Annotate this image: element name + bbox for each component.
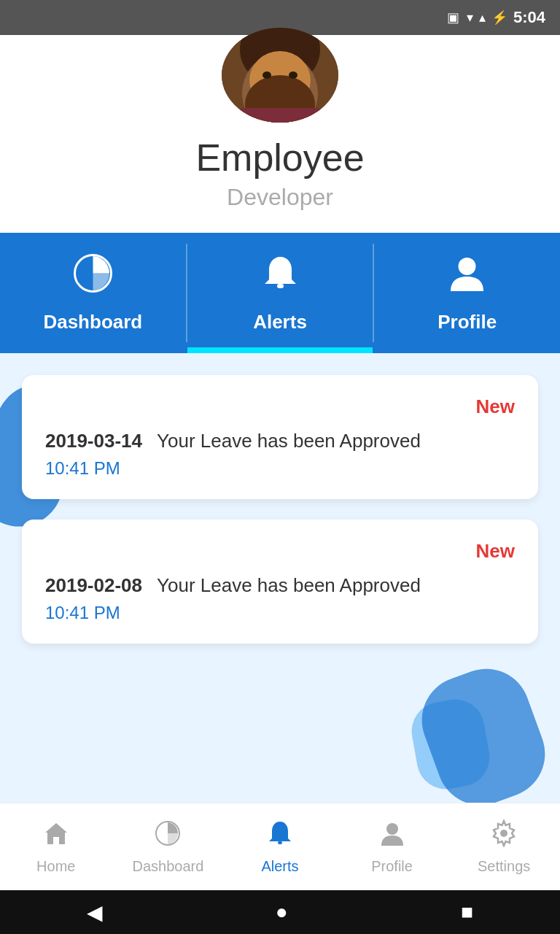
svg-point-14 xyxy=(500,830,508,837)
svg-point-13 xyxy=(386,823,398,835)
nav-alerts[interactable]: Alerts xyxy=(224,803,336,890)
battery-icon: ⚡ xyxy=(491,9,508,26)
svg-rect-5 xyxy=(236,108,324,123)
tab-profile[interactable]: Profile xyxy=(374,233,560,353)
home-icon xyxy=(42,819,70,854)
signal-icon: ▴ xyxy=(479,9,486,26)
home-button[interactable]: ● xyxy=(276,900,288,924)
tab-bar: Dashboard Alerts Profile xyxy=(0,233,560,353)
nav-home-label: Home xyxy=(36,858,75,875)
nav-bell-icon xyxy=(266,819,294,854)
alerts-content: New 2019-03-14 Your Leave has been Appro… xyxy=(0,353,560,810)
nav-profile-label: Profile xyxy=(371,858,413,875)
wifi-icon: ▾ xyxy=(467,9,473,26)
nav-dashboard[interactable]: Dashboard xyxy=(112,803,225,890)
svg-rect-9 xyxy=(277,284,284,288)
alert-badge-1: New xyxy=(45,395,515,418)
tab-dashboard-label: Dashboard xyxy=(43,311,142,333)
alert-message-1: Your Leave has been Approved xyxy=(157,430,421,452)
employee-name: Employee xyxy=(195,136,364,180)
alert-card-1: New 2019-03-14 Your Leave has been Appro… xyxy=(22,375,538,499)
dashboard-pie-icon xyxy=(154,819,182,854)
alert-badge-2: New xyxy=(45,540,515,563)
alert-message-2: Your Leave has been Approved xyxy=(157,574,421,597)
tab-alerts[interactable]: Alerts xyxy=(187,233,373,353)
tab-alerts-label: Alerts xyxy=(253,311,307,333)
svg-rect-12 xyxy=(278,841,282,844)
bell-icon xyxy=(260,253,300,302)
gear-icon xyxy=(490,819,518,854)
nav-home[interactable]: Home xyxy=(0,803,112,890)
nav-user-icon xyxy=(378,819,406,854)
sim-icon: ▣ xyxy=(447,9,459,26)
user-icon xyxy=(447,253,487,302)
alert-time-2: 10:41 PM xyxy=(45,603,421,623)
nav-profile[interactable]: Profile xyxy=(336,803,448,890)
alert-date-2: 2019-02-08 xyxy=(45,574,142,597)
svg-point-10 xyxy=(459,258,476,275)
nav-settings-label: Settings xyxy=(478,858,530,875)
nav-alerts-label: Alerts xyxy=(261,858,298,875)
back-button[interactable]: ◀ xyxy=(87,900,103,925)
recents-button[interactable]: ■ xyxy=(461,900,473,924)
employee-role: Developer xyxy=(227,184,333,211)
alert-time-1: 10:41 PM xyxy=(45,458,421,479)
avatar xyxy=(222,28,338,123)
nav-settings[interactable]: Settings xyxy=(448,803,560,890)
profile-header: Employee Developer xyxy=(0,35,560,233)
system-nav-bar: ◀ ● ■ xyxy=(0,890,560,934)
svg-point-7 xyxy=(289,72,298,79)
nav-dashboard-label: Dashboard xyxy=(132,858,203,875)
tab-profile-label: Profile xyxy=(438,311,497,333)
time-display: 5:04 xyxy=(513,8,545,27)
alert-date-1: 2019-03-14 xyxy=(45,430,142,452)
bottom-nav: Home Dashboard Alerts Profile xyxy=(0,803,560,890)
svg-point-6 xyxy=(262,72,271,79)
tab-dashboard[interactable]: Dashboard xyxy=(0,233,186,353)
alert-card-2: New 2019-02-08 Your Leave has been Appro… xyxy=(22,520,538,644)
pie-chart-icon xyxy=(73,253,113,302)
